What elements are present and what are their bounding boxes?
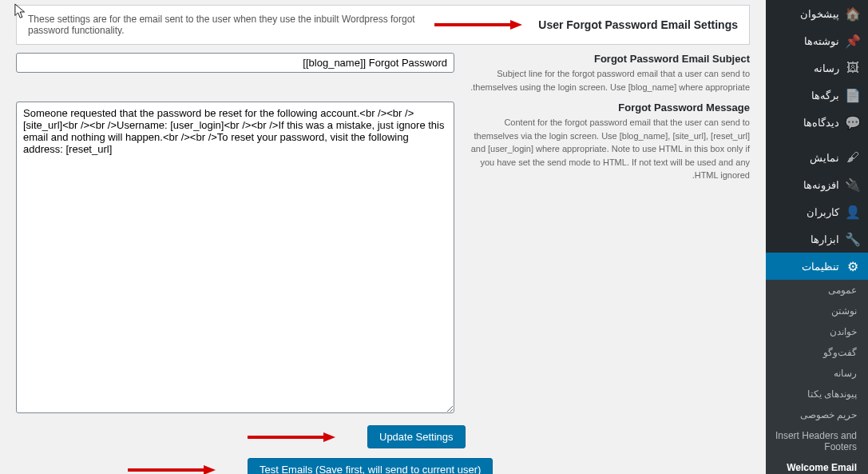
sidebar-item-users[interactable]: 👤کاربران <box>766 198 868 225</box>
main-content: User Forgot Password Email Settings Thes… <box>0 0 766 474</box>
submenu-welcome-email[interactable]: Welcome Email Editor <box>766 457 868 474</box>
submenu-privacy[interactable]: حریم خصوصی <box>766 404 868 425</box>
submenu-discussion[interactable]: گفت‌وگو <box>766 342 868 363</box>
sidebar-item-label: برگه‌ها <box>811 90 839 102</box>
arrow-annotation-icon <box>128 464 216 475</box>
brush-icon: 🖌 <box>846 150 860 165</box>
comment-icon: 💬 <box>846 115 860 129</box>
sidebar-item-label: کاربران <box>807 206 839 218</box>
submenu-general[interactable]: عمومی <box>766 280 868 301</box>
section-header: User Forgot Password Email Settings Thes… <box>16 5 750 45</box>
sidebar-item-label: ابزارها <box>811 233 839 245</box>
submenu-permalinks[interactable]: پیوندهای یکتا <box>766 384 868 404</box>
sidebar-item-label: افزونه‌ها <box>803 179 839 191</box>
pin-icon: 📌 <box>846 34 860 48</box>
sidebar-item-pages[interactable]: 📄برگه‌ها <box>766 82 868 109</box>
sidebar-item-tools[interactable]: 🔧ابزارها <box>766 225 868 253</box>
test-emails-button[interactable]: Test Emails (Save first, will send to cu… <box>248 458 493 474</box>
gear-icon: ⚙ <box>846 259 860 273</box>
sidebar-item-label: نمایش <box>810 152 839 164</box>
section-description: These settings are for the email sent to… <box>28 14 418 36</box>
sidebar-item-label: پیشخوان <box>800 8 839 20</box>
sidebar-item-comments[interactable]: 💬دیدگاه‌ها <box>766 109 868 136</box>
submenu-writing[interactable]: نوشتن <box>766 301 868 321</box>
sidebar-item-posts[interactable]: 📌نوشته‌ها <box>766 27 868 54</box>
update-settings-button[interactable]: Update Settings <box>367 425 466 448</box>
arrow-annotation-icon <box>248 432 335 443</box>
sidebar-item-label: تنظیمات <box>802 261 839 273</box>
subject-label: Forgot Password Email Subject <box>462 53 750 65</box>
message-label: Forgot Password Message <box>462 102 750 114</box>
section-title: User Forgot Password Email Settings <box>538 18 738 31</box>
mouse-cursor <box>14 3 29 21</box>
user-icon: 👤 <box>846 205 860 219</box>
subject-help: Subject line for the forgot password ema… <box>462 67 750 94</box>
sidebar-item-label: رسانه <box>814 62 839 74</box>
message-help: Content for the forgot password email th… <box>462 116 750 182</box>
sidebar-item-appearance[interactable]: 🖌نمایش <box>766 144 868 171</box>
svg-marker-5 <box>204 465 216 475</box>
sidebar-item-label: نوشته‌ها <box>804 35 839 47</box>
svg-marker-1 <box>510 20 522 30</box>
submenu-media[interactable]: رسانه <box>766 363 868 384</box>
submenu-insert-headers[interactable]: Insert Headers and Footers <box>766 425 868 457</box>
plugin-icon: 🔌 <box>846 177 860 192</box>
sidebar-item-plugins[interactable]: 🔌افزونه‌ها <box>766 171 868 198</box>
svg-marker-3 <box>323 432 335 442</box>
page-icon: 📄 <box>846 88 860 102</box>
wrench-icon: 🔧 <box>846 232 860 246</box>
arrow-annotation-icon <box>434 19 522 30</box>
submenu-reading[interactable]: خواندن <box>766 321 868 342</box>
sidebar-item-label: دیدگاه‌ها <box>803 117 839 129</box>
media-icon: 🖼 <box>846 61 860 75</box>
dashboard-icon: 🏠 <box>846 6 860 21</box>
sidebar-item-settings[interactable]: ⚙تنظیمات <box>766 253 868 280</box>
subject-input[interactable] <box>16 53 454 73</box>
admin-sidebar: 🏠پیشخوان 📌نوشته‌ها 🖼رسانه 📄برگه‌ها 💬دیدگ… <box>766 0 868 474</box>
settings-submenu: عمومی نوشتن خواندن گفت‌وگو رسانه پیوندها… <box>766 280 868 474</box>
sidebar-item-media[interactable]: 🖼رسانه <box>766 54 868 82</box>
sidebar-item-dashboard[interactable]: 🏠پیشخوان <box>766 0 868 27</box>
message-textarea[interactable] <box>16 102 454 413</box>
